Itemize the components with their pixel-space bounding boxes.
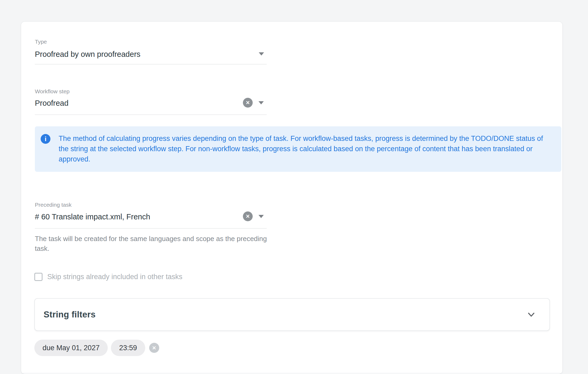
info-icon: i xyxy=(41,134,50,144)
due-time-chip[interactable]: 23:59 xyxy=(111,340,145,356)
info-banner-text: The method of calculating progress varie… xyxy=(59,133,544,164)
clear-preceding-task-button[interactable]: ✕ xyxy=(243,211,253,221)
bottom-divider xyxy=(21,373,562,373)
workflow-step-select[interactable]: Proofread xyxy=(35,99,68,108)
due-date-chip[interactable]: due May 01, 2027 xyxy=(34,340,108,356)
preceding-task-underline xyxy=(35,228,267,229)
preceding-task-select[interactable]: # 60 Translate impact.xml, French xyxy=(35,212,150,221)
chevron-down-icon[interactable] xyxy=(258,101,264,104)
due-date-chips-row: due May 01, 2027 23:59 ✕ xyxy=(34,340,159,356)
skip-strings-checkbox-label: Skip strings already included in other t… xyxy=(47,273,182,281)
chevron-down-icon[interactable] xyxy=(527,310,536,319)
clear-workflow-step-button[interactable]: ✕ xyxy=(243,98,253,108)
progress-info-banner: i The method of calculating progress var… xyxy=(35,126,561,172)
type-select[interactable]: Proofread by own proofreaders xyxy=(35,50,140,59)
remove-due-date-button[interactable]: ✕ xyxy=(149,343,159,353)
string-filters-section[interactable]: String filters xyxy=(34,298,550,331)
workflow-step-label: Workflow step xyxy=(35,88,70,95)
chevron-down-icon[interactable] xyxy=(258,215,264,218)
skip-strings-checkbox-row: Skip strings already included in other t… xyxy=(34,273,182,281)
task-form-panel: Type Proofread by own proofreaders Workf… xyxy=(21,22,562,374)
string-filters-title: String filters xyxy=(44,310,96,320)
type-label: Type xyxy=(35,38,47,45)
workflow-step-underline xyxy=(35,114,267,115)
chevron-down-icon[interactable] xyxy=(259,52,264,56)
type-underline xyxy=(35,64,267,64)
preceding-task-hint: The task will be created for the same la… xyxy=(35,234,274,253)
skip-strings-checkbox[interactable] xyxy=(34,273,43,281)
preceding-task-label: Preceding task xyxy=(35,201,72,208)
